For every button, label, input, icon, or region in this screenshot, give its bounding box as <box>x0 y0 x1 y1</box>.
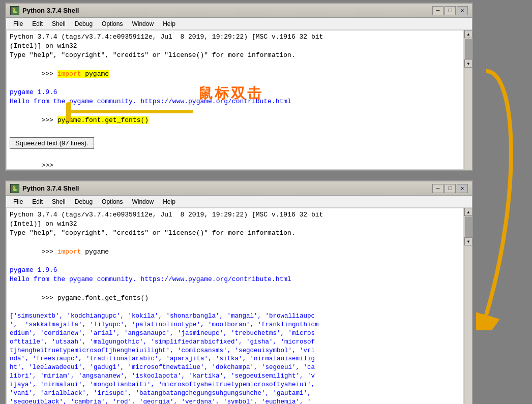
menu-file-bottom[interactable]: File <box>9 197 27 206</box>
title-bar-left-bottom: 🐍 Python 3.7.4 Shell <box>10 184 79 193</box>
scrollbar-top[interactable]: ▲ ▼ <box>464 30 472 170</box>
python-icon: 🐍 <box>10 6 19 15</box>
cmd2-top: >>> pygame.font.get_fonts() <box>10 107 460 135</box>
shell-content-top: Python 3.7.4 (tags/v3.7.4:e09359112e, Ju… <box>6 30 464 170</box>
window-title-bottom: Python 3.7.4 Shell <box>22 184 79 192</box>
cmd1-top: >>> import pygame <box>10 60 460 88</box>
title-bar-bottom: 🐍 Python 3.7.4 Shell ─ □ ✕ <box>6 181 472 196</box>
menu-options-top[interactable]: Options <box>98 19 127 28</box>
shell-wrapper-top: Python 3.7.4 (tags/v3.7.4:e09359112e, Ju… <box>6 30 472 170</box>
scroll-thumb-top[interactable] <box>465 39 472 59</box>
menu-bar-top: File Edit Shell Debug Options Window Hel… <box>6 18 472 30</box>
intro-line3-bottom: Type "help", "copyright", "credits" or "… <box>10 229 460 238</box>
intro-line2-top: (Intel)] on win32 <box>10 42 460 51</box>
menu-debug-bottom[interactable]: Debug <box>71 197 97 206</box>
keyword-import-top: import <box>57 70 81 78</box>
intro-line1-bottom: Python 3.7.4 (tags/v3.7.4:e09359112e, Ju… <box>10 210 460 220</box>
output2-bottom: Hello from the pygame community. https:/… <box>10 275 460 284</box>
menu-file-top[interactable]: File <box>9 19 27 28</box>
scroll-up-top[interactable]: ▲ <box>464 30 472 38</box>
menu-help-top[interactable]: Help <box>159 19 180 28</box>
window-title-top: Python 3.7.4 Shell <box>22 7 79 14</box>
cmd2-bottom: >>> pygame.font.get_fonts() <box>10 285 460 313</box>
close-button-bottom[interactable]: ✕ <box>457 184 468 193</box>
title-buttons-top: ─ □ ✕ <box>432 6 468 15</box>
squeezed-container: Squeezed text (97 lines). <box>10 137 460 149</box>
bottom-window: 🐍 Python 3.7.4 Shell ─ □ ✕ File Edit She… <box>5 180 473 404</box>
menu-shell-bottom[interactable]: Shell <box>48 197 70 206</box>
shell-wrapper-bottom: Python 3.7.4 (tags/v3.7.4:e09359112e, Ju… <box>6 208 472 404</box>
output1-top: pygame 1.9.6 <box>10 88 460 97</box>
menu-window-top[interactable]: Window <box>128 19 158 28</box>
prompt1-top: >>> <box>41 70 57 78</box>
scrollbar-bottom[interactable]: ▲ ▼ <box>464 208 472 404</box>
title-bar-left: 🐍 Python 3.7.4 Shell <box>10 6 79 15</box>
menu-edit-bottom[interactable]: Edit <box>28 197 47 206</box>
menu-options-bottom[interactable]: Options <box>98 197 127 206</box>
scroll-thumb-bottom[interactable] <box>465 216 472 237</box>
output1-bottom: pygame 1.9.6 <box>10 266 460 275</box>
squeezed-text-box[interactable]: Squeezed text (97 lines). <box>10 137 94 149</box>
menu-shell-top[interactable]: Shell <box>48 19 70 28</box>
prompt2-bottom: >>> <box>41 294 57 302</box>
intro-line1-top: Python 3.7.4 (tags/v3.7.4:e09359112e, Ju… <box>10 33 460 42</box>
curved-arrow-svg <box>476 61 527 330</box>
intro-line3-top: Type "help", "copyright", "credits" or "… <box>10 51 460 60</box>
prompt2-top: >>> <box>41 116 57 124</box>
maximize-button-bottom[interactable]: □ <box>445 184 456 193</box>
title-buttons-bottom: ─ □ ✕ <box>432 184 468 193</box>
intro-line2-bottom: (Intel)] on win32 <box>10 220 460 229</box>
cmd1-rest-top: pygame <box>81 70 109 78</box>
cmd1-bottom: >>> import pygame <box>10 238 460 266</box>
cmd2-code-bottom: pygame.font.get_fonts() <box>57 294 149 302</box>
keyword-import-bottom: import <box>57 248 81 256</box>
minimize-button-bottom[interactable]: ─ <box>432 184 444 193</box>
prompt-final-top: >>> <box>41 162 57 169</box>
close-button-top[interactable]: ✕ <box>457 6 468 15</box>
python-icon-bottom: 🐍 <box>10 184 19 193</box>
shell-content-bottom: Python 3.7.4 (tags/v3.7.4:e09359112e, Ju… <box>6 208 464 404</box>
menu-debug-top[interactable]: Debug <box>71 19 97 28</box>
scroll-down-top[interactable]: ▼ <box>464 59 472 68</box>
title-bar-top: 🐍 Python 3.7.4 Shell ─ □ ✕ <box>6 4 472 18</box>
menu-edit-top[interactable]: Edit <box>28 19 47 28</box>
scroll-up-bottom[interactable]: ▲ <box>464 208 472 216</box>
menu-bar-bottom: File Edit Shell Debug Options Window Hel… <box>6 196 472 208</box>
scroll-down-bottom[interactable]: ▼ <box>464 237 472 245</box>
minimize-button-top[interactable]: ─ <box>432 6 444 15</box>
final-prompt-top: >>> <box>10 152 460 170</box>
maximize-button-top[interactable]: □ <box>445 6 456 15</box>
fonts-output: ['simsunextb', 'kodchiangupc', 'kokila',… <box>10 312 460 404</box>
output2-top: Hello from the pygame community. https:/… <box>10 97 460 106</box>
top-window: 🐍 Python 3.7.4 Shell ─ □ ✕ File Edit She… <box>5 3 473 171</box>
menu-help-bottom[interactable]: Help <box>159 197 180 206</box>
menu-window-bottom[interactable]: Window <box>128 197 158 206</box>
cmd1-rest-bottom: pygame <box>81 248 109 256</box>
cmd2-code-top: pygame.font.get_fonts() <box>57 116 149 124</box>
prompt1-bottom: >>> <box>41 248 57 256</box>
